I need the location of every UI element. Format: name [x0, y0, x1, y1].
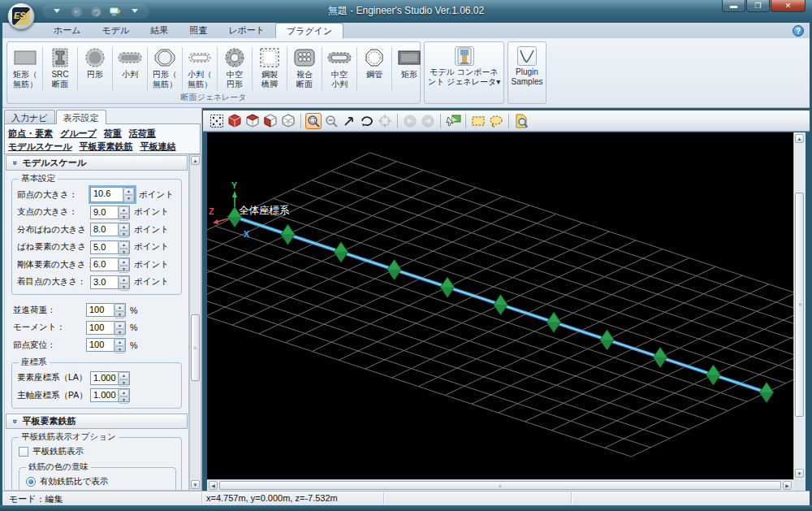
viewport-scroll-up[interactable]: ▲ [795, 134, 804, 143]
view-back-icon[interactable] [402, 113, 418, 129]
minimize-button[interactable]: ▬ [722, 0, 745, 12]
close-button[interactable]: ✕ [771, 0, 806, 12]
spin-down-button[interactable]: ▼ [114, 311, 125, 318]
number-input[interactable]: 9.0▲▼ [90, 206, 130, 219]
panel-scroll-down[interactable]: ▼ [191, 480, 200, 489]
viewport-hscrollbar[interactable]: ◀ ▶ ≡ [207, 479, 793, 491]
number-input[interactable]: 1.000▲▼ [90, 388, 130, 402]
spin-up-button[interactable]: ▲ [119, 276, 129, 284]
ribbon-button-小判無筋[interactable]: 小判（ 無筋） [184, 44, 216, 94]
spin-up-button[interactable]: ▲ [119, 372, 129, 379]
spin-down-button[interactable]: ▼ [114, 346, 125, 353]
application-menu-button[interactable]: ES [7, 2, 35, 30]
spin-down-button[interactable]: ▼ [119, 214, 129, 221]
viewport-vscroll-thumb[interactable]: ≡ [795, 193, 804, 417]
ribbon-tab-4[interactable]: 照査 [179, 23, 218, 38]
spin-down-button[interactable]: ▼ [119, 284, 129, 291]
spin-up-button[interactable]: ▲ [119, 206, 129, 214]
rect-select-icon[interactable] [470, 113, 486, 129]
panel-link[interactable]: 平板連結 [140, 141, 176, 151]
oval-hollow-icon [186, 45, 214, 70]
viewport-vscrollbar[interactable]: ▲ ▼ ≡ [793, 132, 806, 479]
spin-up-button[interactable]: ▲ [114, 322, 125, 329]
spin-down-button[interactable]: ▼ [114, 329, 125, 336]
zoom-out-icon[interactable] [323, 113, 339, 129]
cube-face-icon[interactable] [262, 113, 279, 129]
spin-down-button[interactable]: ▼ [119, 396, 129, 404]
zoom-window-icon[interactable] [305, 113, 322, 129]
radio-button[interactable] [26, 477, 36, 487]
ribbon-button-鋼製橋脚[interactable]: 鋼製 橋脚 [253, 44, 286, 94]
help-button[interactable]: ? [793, 25, 804, 37]
ribbon-tab-6[interactable]: プラグイン [275, 23, 343, 38]
spin-up-button[interactable]: ▲ [119, 389, 129, 396]
number-input[interactable]: 10.6▲▼ [90, 187, 135, 202]
panel-link[interactable]: 平板要素鉄筋 [80, 141, 133, 151]
ribbon-tab-5[interactable]: レポート [218, 23, 275, 38]
panel-tab-1[interactable]: 入力ナビ [4, 110, 55, 124]
lasso-select-icon[interactable] [488, 113, 504, 129]
rotate-view-icon[interactable] [359, 113, 375, 129]
view-forward-icon[interactable] [420, 113, 436, 129]
panel-link[interactable]: グループ [60, 128, 97, 138]
panel-link[interactable]: 荷重 [104, 128, 122, 138]
spin-down-button[interactable]: ▼ [119, 249, 129, 256]
spin-up-button[interactable]: ▲ [114, 339, 125, 346]
number-input[interactable]: 100▲▼ [86, 321, 126, 335]
pan-arrow-icon[interactable] [341, 113, 357, 129]
maximize-button[interactable]: ❐ [746, 0, 770, 12]
spin-down-button[interactable]: ▼ [119, 266, 129, 273]
dots-select-icon[interactable] [209, 113, 225, 129]
ribbon-button-中空円形[interactable]: 中空 円形 [218, 44, 251, 94]
pointer-map-icon[interactable] [445, 113, 461, 129]
spin-down-button[interactable]: ▼ [119, 231, 129, 238]
center-target-icon[interactable] [377, 113, 393, 129]
spin-up-button[interactable]: ▲ [119, 241, 129, 249]
spin-up-button[interactable]: ▲ [119, 223, 129, 231]
setting-row: 着目点の大きさ：3.0▲▼ポイント [15, 274, 179, 292]
panel-scrollbar[interactable]: ▲ ▼ ≡ [189, 154, 201, 491]
cube-wire-icon[interactable] [280, 113, 296, 129]
ribbon-button-中空小判[interactable]: 中空 小判 [323, 44, 356, 94]
ribbon-button-矩形無筋[interactable]: 矩形（ 無筋） [9, 44, 41, 94]
section-header[interactable]: »平板要素鉄筋 [6, 414, 188, 429]
ribbon-button-円形[interactable]: 円形 [79, 44, 111, 94]
number-input[interactable]: 3.0▲▼ [90, 275, 130, 289]
zoom-doc-icon[interactable] [513, 113, 529, 129]
viewport-hscroll-thumb[interactable]: ≡ [219, 481, 781, 490]
spin-down-button[interactable]: ▼ [123, 195, 134, 202]
number-input[interactable]: 5.0▲▼ [90, 240, 130, 254]
viewport-scroll-down[interactable]: ▼ [795, 469, 804, 478]
ribbon-button-円形無筋[interactable]: 円形（ 無筋） [149, 44, 181, 94]
panel-link[interactable]: 活荷重 [129, 128, 156, 138]
number-input[interactable]: 6.0▲▼ [90, 258, 130, 271]
viewport-scroll-right[interactable]: ▶ [783, 481, 792, 490]
ribbon-button-SRC断面[interactable]: SRC 断面 [44, 44, 76, 94]
cube-solid-icon[interactable] [227, 113, 243, 129]
spin-up-button[interactable]: ▲ [119, 258, 129, 266]
number-input[interactable]: 100▲▼ [86, 338, 126, 352]
number-input[interactable]: 8.0▲▼ [90, 223, 130, 236]
viewport-scroll-left[interactable]: ◀ [209, 481, 218, 490]
model-viewport[interactable]: YZX全体座標系 [207, 132, 793, 479]
spin-up-button[interactable]: ▲ [123, 188, 134, 195]
plate-rebar-checkbox[interactable] [19, 447, 28, 457]
number-input[interactable]: 100▲▼ [86, 303, 126, 317]
panel-tab-2[interactable]: 表示設定 [56, 110, 106, 124]
ribbon-button-複合断面[interactable]: 複合 断面 [288, 44, 321, 94]
ribbon-button-矩形[interactable]: 矩形 [393, 44, 425, 94]
spin-down-button[interactable]: ▼ [119, 379, 129, 387]
ribbon-tab-1[interactable]: ホーム [43, 23, 92, 38]
ribbon-button-小判[interactable]: 小判 [114, 44, 146, 94]
spin-up-button[interactable]: ▲ [114, 304, 125, 311]
ribbon-tab-2[interactable]: モデル [92, 23, 140, 38]
number-input[interactable]: 1.000▲▼ [90, 371, 130, 385]
panel-scroll-thumb[interactable]: ≡ [191, 314, 200, 381]
panel-link[interactable]: モデルスケール [8, 141, 72, 151]
panel-scroll-up[interactable]: ▲ [191, 156, 200, 165]
section-header[interactable]: »モデルスケール [6, 155, 188, 171]
ribbon-button-鋼管[interactable]: 鋼管 [358, 44, 391, 94]
ribbon-tab-3[interactable]: 結果 [140, 23, 179, 38]
cube-top-icon[interactable] [244, 113, 261, 129]
panel-link[interactable]: 節点・要素 [8, 128, 53, 138]
